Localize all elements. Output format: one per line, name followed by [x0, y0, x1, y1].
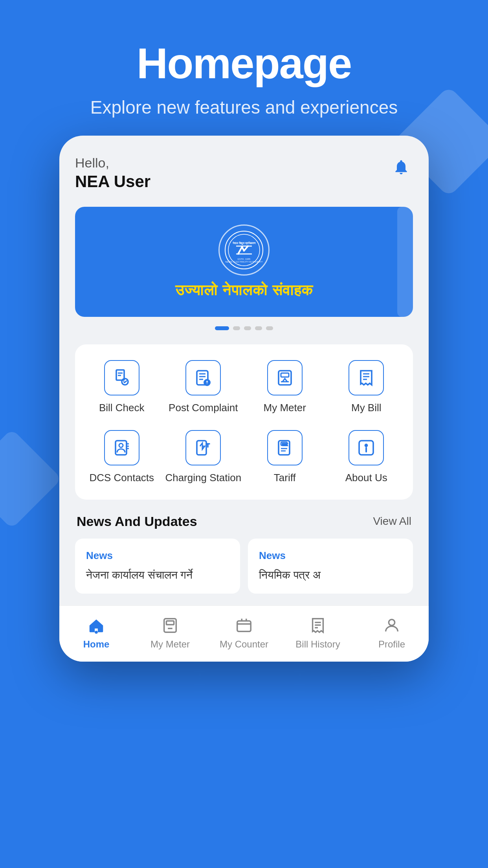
profile-nav-icon — [382, 615, 402, 636]
phone-content: Hello, NEA User नेपाल विद्युत प्राधिकरण — [59, 136, 429, 594]
svg-point-38 — [365, 444, 367, 446]
username-text: NEA User — [75, 172, 150, 191]
menu-item-post-complaint[interactable]: Post Complaint — [165, 360, 242, 414]
news-card-1-text: नेजना कार्यालय संचालन गर्ने — [86, 567, 229, 583]
svg-rect-19 — [281, 373, 289, 377]
home-nav-label: Home — [83, 639, 110, 650]
tariff-label: Tariff — [274, 472, 296, 484]
menu-item-charging-station[interactable]: Charging Station — [165, 430, 242, 484]
nav-my-counter[interactable]: My Counter — [207, 615, 281, 650]
news-card-1-label: News — [86, 550, 229, 562]
news-section-title: News And Updates — [77, 514, 197, 529]
news-cards-container: News नेजना कार्यालय संचालन गर्ने News नि… — [75, 539, 413, 594]
nea-logo: नेपाल विद्युत प्राधिकरण ESTD. 1985 NEPAL… — [218, 224, 270, 276]
svg-point-25 — [119, 443, 123, 447]
svg-text:ESTD. 1985: ESTD. 1985 — [238, 258, 251, 260]
my-meter-nav-label: My Meter — [150, 639, 190, 650]
svg-rect-32 — [279, 441, 290, 455]
dcs-contacts-label: DCS Contacts — [89, 472, 154, 484]
profile-nav-label: Profile — [378, 639, 405, 650]
hero-section: Homepage Explore new features and experi… — [0, 0, 488, 136]
dot-5[interactable] — [266, 326, 273, 330]
menu-item-dcs-contacts[interactable]: DCS Contacts — [83, 430, 161, 484]
hero-title: Homepage — [24, 39, 464, 87]
nav-profile[interactable]: Profile — [355, 615, 429, 650]
menu-grid: Bill Check — [83, 360, 405, 484]
menu-item-about-us[interactable]: About Us — [328, 430, 405, 484]
nav-bill-history[interactable]: Bill History — [281, 615, 355, 650]
about-us-label: About Us — [345, 472, 387, 484]
my-bill-icon-box — [349, 360, 384, 395]
svg-point-51 — [389, 620, 394, 625]
my-meter-icon-box — [267, 360, 303, 395]
user-greeting: Hello, NEA User — [75, 155, 150, 191]
svg-point-40 — [95, 631, 97, 633]
my-meter-label: My Meter — [264, 402, 306, 414]
phone-wrapper: Hello, NEA User नेपाल विद्युत प्राधिकरण — [0, 136, 488, 662]
my-counter-nav-label: My Counter — [220, 639, 268, 650]
news-header: News And Updates View All — [75, 514, 413, 529]
news-card-1[interactable]: News नेजना कार्यालय संचालन गर्ने — [75, 539, 240, 594]
menu-item-bill-check[interactable]: Bill Check — [83, 360, 161, 414]
bill-history-nav-icon — [308, 615, 328, 636]
dot-1[interactable] — [215, 326, 229, 330]
dot-2[interactable] — [233, 326, 240, 330]
dcs-contacts-icon-box — [104, 430, 139, 465]
notification-button[interactable] — [389, 155, 413, 179]
news-card-2[interactable]: News नियमिक पत्र अ — [248, 539, 413, 594]
my-meter-nav-icon — [160, 615, 180, 636]
news-section: News And Updates View All News नेजना कार… — [75, 514, 413, 594]
bill-check-icon-box — [104, 360, 139, 395]
nav-my-meter[interactable]: My Meter — [133, 615, 207, 650]
greeting-text: Hello, — [75, 155, 150, 171]
svg-rect-44 — [237, 621, 251, 631]
menu-item-my-bill[interactable]: My Bill — [328, 360, 405, 414]
post-complaint-label: Post Complaint — [169, 402, 238, 414]
phone-mockup: Hello, NEA User नेपाल विद्युत प्राधिकरण — [59, 136, 429, 662]
view-all-button[interactable]: View All — [373, 515, 411, 528]
about-us-icon-box — [349, 430, 384, 465]
news-card-2-label: News — [259, 550, 402, 562]
post-complaint-icon-box — [185, 360, 221, 395]
bill-check-label: Bill Check — [99, 402, 145, 414]
svg-text:NEPAL ELECTRICITY AUTHORITY: NEPAL ELECTRICITY AUTHORITY — [225, 261, 263, 263]
svg-text:TAX: TAX — [283, 443, 287, 446]
banner-peek — [397, 207, 413, 317]
dot-3[interactable] — [244, 326, 251, 330]
svg-text:नेपाल विद्युत प्राधिकरण: नेपाल विद्युत प्राधिकरण — [232, 241, 256, 245]
my-bill-label: My Bill — [351, 402, 382, 414]
svg-point-17 — [207, 383, 207, 384]
menu-card: Bill Check — [75, 344, 413, 499]
banner-nepali-text: उज्यालो नेपालको संवाहक — [175, 282, 312, 299]
app-header: Hello, NEA User — [75, 155, 413, 191]
charging-station-label: Charging Station — [165, 472, 241, 484]
menu-item-tariff[interactable]: TAX Tariff — [246, 430, 324, 484]
menu-item-my-meter[interactable]: My Meter — [246, 360, 324, 414]
banner-carousel[interactable]: नेपाल विद्युत प्राधिकरण ESTD. 1985 NEPAL… — [75, 207, 413, 317]
my-counter-nav-icon — [234, 615, 254, 636]
bottom-navigation: Home My Meter — [59, 605, 429, 662]
news-card-2-text: नियमिक पत्र अ — [259, 567, 402, 583]
tariff-icon-box: TAX — [267, 430, 303, 465]
dot-4[interactable] — [255, 326, 262, 330]
svg-rect-29 — [197, 441, 206, 455]
home-nav-icon — [86, 615, 106, 636]
carousel-dots — [75, 326, 413, 330]
svg-rect-42 — [166, 621, 174, 625]
nav-home[interactable]: Home — [59, 615, 133, 650]
hero-subtitle: Explore new features and experiences — [24, 95, 464, 120]
bill-history-nav-label: Bill History — [295, 639, 340, 650]
charging-station-icon-box — [185, 430, 221, 465]
